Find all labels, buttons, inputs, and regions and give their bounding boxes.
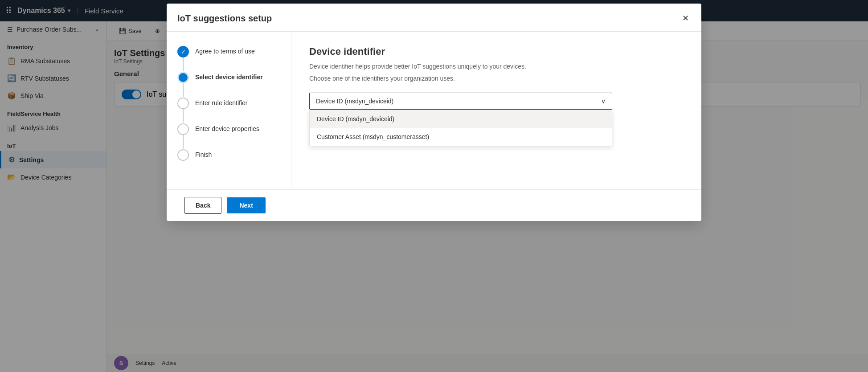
dropdown-option-device-id-label: Device ID (msdyn_deviceid) bbox=[317, 115, 394, 123]
step-label-2: Select device identifier bbox=[195, 72, 263, 81]
dropdown-chevron-icon: ∨ bbox=[601, 98, 606, 105]
step-label-5: Finish bbox=[195, 149, 212, 158]
wizard-step-1: ✓ Agree to terms of use bbox=[177, 46, 280, 57]
wizard-steps: ✓ Agree to terms of use Select device id… bbox=[167, 32, 291, 189]
next-button[interactable]: Next bbox=[227, 197, 265, 213]
iot-setup-modal: IoT suggestions setup ✕ ✓ Agree to terms… bbox=[167, 4, 701, 221]
modal-body: ✓ Agree to terms of use Select device id… bbox=[167, 32, 701, 189]
step-circle-1: ✓ bbox=[177, 46, 189, 57]
wizard-step-2: Select device identifier bbox=[177, 72, 280, 83]
step-label-4: Enter device properties bbox=[195, 123, 259, 132]
step-circle-3 bbox=[177, 98, 189, 109]
modal-overlay: IoT suggestions setup ✕ ✓ Agree to terms… bbox=[0, 0, 868, 372]
step-circle-2 bbox=[177, 72, 189, 83]
wizard-content: Device identifier Device identifier help… bbox=[291, 32, 701, 189]
device-id-dropdown[interactable]: Device ID (msdyn_deviceid) ∨ bbox=[309, 93, 612, 110]
modal-title: IoT suggestions setup bbox=[177, 13, 272, 24]
step-circle-4 bbox=[177, 123, 189, 135]
dropdown-options-list: Device ID (msdyn_deviceid) Customer Asse… bbox=[309, 110, 612, 146]
dropdown-option-device-id[interactable]: Device ID (msdyn_deviceid) bbox=[310, 110, 612, 128]
back-button[interactable]: Back bbox=[184, 197, 221, 214]
modal-footer: Back Next bbox=[167, 189, 701, 221]
dropdown-option-customer-asset-label: Customer Asset (msdyn_customerasset) bbox=[317, 133, 429, 140]
dropdown-selected-value: Device ID (msdyn_deviceid) bbox=[316, 98, 393, 105]
dropdown-option-customer-asset[interactable]: Customer Asset (msdyn_customerasset) bbox=[310, 128, 612, 146]
wizard-content-title: Device identifier bbox=[309, 46, 684, 57]
device-id-dropdown-wrapper: Device ID (msdyn_deviceid) ∨ Device ID (… bbox=[309, 93, 612, 110]
step-circle-5 bbox=[177, 149, 189, 161]
wizard-step-5: Finish bbox=[177, 149, 280, 161]
modal-header: IoT suggestions setup ✕ bbox=[167, 4, 701, 32]
close-icon: ✕ bbox=[682, 14, 689, 23]
wizard-step-3: Enter rule identifier bbox=[177, 98, 280, 109]
wizard-subdescription: Choose one of the identifiers your organ… bbox=[309, 75, 684, 82]
step-label-1: Agree to terms of use bbox=[195, 46, 255, 55]
wizard-step-4: Enter device properties bbox=[177, 123, 280, 135]
wizard-description: Device identifier helps provide better I… bbox=[309, 62, 684, 71]
modal-close-button[interactable]: ✕ bbox=[680, 12, 691, 25]
step-label-3: Enter rule identifier bbox=[195, 98, 248, 106]
